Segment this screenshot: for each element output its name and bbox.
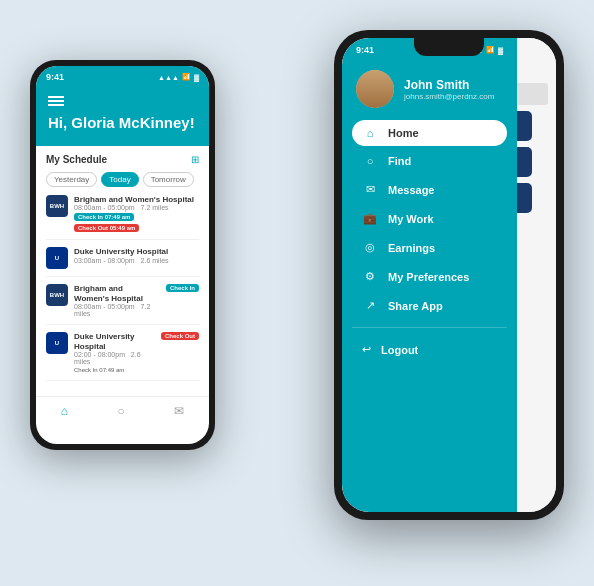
home-menu-label: Home (388, 127, 419, 139)
tab-tomorrow[interactable]: Tomorrow (143, 172, 194, 187)
bwh-logo-2: BWH (46, 284, 68, 306)
sched-time-1: 08:00am - 05:00pm 7.2 miles (74, 204, 199, 211)
tab-yesterday[interactable]: Yesterday (46, 172, 97, 187)
signal-icon: ▲▲▲ (158, 74, 179, 81)
menu-item-message[interactable]: ✉ Message (352, 176, 507, 203)
duke-logo-2: U (46, 332, 68, 354)
sched-time-2: 03:00am - 08:00pm 2.6 miles (74, 257, 199, 264)
user-email: johns.smith@perdnz.com (404, 92, 494, 101)
duke-logo-1: U (46, 247, 68, 269)
earnings-menu-label: Earnings (388, 242, 435, 254)
phone-1-screen: 9:41 ▲▲▲ 📶 ▓ Hi, Gloria McKinney! My Sch… (36, 66, 209, 444)
find-menu-icon: ○ (362, 155, 378, 167)
hospital-name-1: Brigham and Women's Hospital (74, 195, 199, 205)
status-time-1: 9:41 (46, 72, 64, 82)
message-menu-label: Message (388, 184, 434, 196)
home-menu-icon: ⌂ (362, 127, 378, 139)
drawer-panel: 9:41 ▲▲▲ 📶 ▓ John Smith johns.smith@perd… (342, 38, 517, 512)
checkout-badge-1: Check Out 05:49 am (74, 224, 139, 232)
checkin-time-4: Check In 07:49 am (74, 367, 124, 373)
phone-2: 9:41 ▲▲▲ 📶 ▓ John Smith johns.smith@perd… (334, 30, 564, 520)
menu-item-shareapp[interactable]: ↗ Share App (352, 292, 507, 319)
checkin-row-4: Check In 07:49 am (74, 367, 155, 373)
notch (414, 38, 484, 56)
avatar-face (356, 70, 394, 108)
preferences-menu-icon: ⚙ (362, 270, 378, 283)
schedule-item-4[interactable]: U Duke University Hospital 02:00 - 08:00… (46, 332, 199, 381)
phone-1: 9:41 ▲▲▲ 📶 ▓ Hi, Gloria McKinney! My Sch… (30, 60, 215, 450)
checkout-badge-4[interactable]: Check Out (161, 332, 199, 340)
drawer-status-time: 9:41 (356, 45, 374, 55)
schedule-item-3[interactable]: BWH Brigham and Women's Hospital 08:00am… (46, 284, 199, 325)
hospital-name-4: Duke University Hospital (74, 332, 155, 351)
checkin-row-1: Check In 07:49 am Check Out 05:49 am (74, 213, 199, 232)
bwh-logo-1: BWH (46, 195, 68, 217)
hospital-name-3: Brigham and Women's Hospital (74, 284, 160, 303)
greeting-text: Hi, Gloria McKinney! (48, 114, 197, 132)
shareapp-menu-label: Share App (388, 300, 443, 312)
wifi-icon-2: 📶 (486, 46, 495, 54)
menu-item-preferences[interactable]: ⚙ My Preferences (352, 263, 507, 290)
menu-item-find[interactable]: ○ Find (352, 148, 507, 174)
battery-icon: ▓ (194, 74, 199, 81)
schedule-area: My Schedule ⊞ Yesterday Today Tomorrow B… (36, 146, 209, 397)
sched-time-3: 08:00am - 05:00pm 7.2 miles (74, 303, 160, 317)
battery-icon-2: ▓ (498, 47, 503, 54)
sched-info-2: Duke University Hospital 03:00am - 08:00… (74, 247, 199, 264)
mywork-menu-label: My Work (388, 213, 434, 225)
mywork-menu-icon: 💼 (362, 212, 378, 225)
schedule-item-2[interactable]: U Duke University Hospital 03:00am - 08:… (46, 247, 199, 277)
status-icons-1: ▲▲▲ 📶 ▓ (158, 73, 199, 81)
sched-time-4: 02:00 - 08:00pm 2.6 miles (74, 351, 155, 365)
hospital-name-2: Duke University Hospital (74, 247, 199, 257)
schedule-item-1[interactable]: BWH Brigham and Women's Hospital 08:00am… (46, 195, 199, 241)
find-menu-label: Find (388, 155, 411, 167)
logout-label: Logout (381, 344, 418, 356)
menu-item-mywork[interactable]: 💼 My Work (352, 205, 507, 232)
logout-icon: ↩ (362, 343, 371, 356)
sched-info-3: Brigham and Women's Hospital 08:00am - 0… (74, 284, 160, 317)
menu-divider (352, 327, 507, 328)
user-profile: John Smith johns.smith@perdnz.com (342, 60, 517, 120)
earnings-menu-icon: ◎ (362, 241, 378, 254)
home-nav-icon[interactable]: ⌂ (61, 404, 68, 418)
sched-info-4: Duke University Hospital 02:00 - 08:00pm… (74, 332, 155, 373)
preferences-menu-label: My Preferences (388, 271, 469, 283)
menu-item-home[interactable]: ⌂ Home (352, 120, 507, 146)
schedule-header: My Schedule ⊞ (46, 154, 199, 165)
calendar-icon[interactable]: ⊞ (191, 154, 199, 165)
status-bar-1: 9:41 ▲▲▲ 📶 ▓ (36, 66, 209, 88)
message-menu-icon: ✉ (362, 183, 378, 196)
logout-item[interactable]: ↩ Logout (342, 336, 517, 363)
checkin-badge-3[interactable]: Check In (166, 284, 199, 292)
bottom-nav-1: ⌂ ○ ✉ (36, 396, 209, 424)
day-tabs: Yesterday Today Tomorrow (46, 172, 199, 187)
schedule-title: My Schedule (46, 154, 107, 165)
wifi-icon: 📶 (182, 73, 191, 81)
avatar (356, 70, 394, 108)
user-info: John Smith johns.smith@perdnz.com (404, 78, 494, 101)
sched-info-1: Brigham and Women's Hospital 08:00am - 0… (74, 195, 199, 233)
phone-2-screen: 9:41 ▲▲▲ 📶 ▓ John Smith johns.smith@perd… (342, 38, 556, 512)
menu-list: ⌂ Home ○ Find ✉ Message 💼 My Work ◎ (342, 120, 517, 319)
shareapp-menu-icon: ↗ (362, 299, 378, 312)
menu-item-earnings[interactable]: ◎ Earnings (352, 234, 507, 261)
header-1: Hi, Gloria McKinney! (36, 88, 209, 146)
message-nav-icon[interactable]: ✉ (174, 404, 184, 418)
user-name: John Smith (404, 78, 494, 92)
search-nav-icon[interactable]: ○ (118, 404, 125, 418)
hamburger-icon[interactable] (48, 96, 197, 106)
checkin-badge-1: Check In 07:49 am (74, 213, 134, 221)
tab-today[interactable]: Today (101, 172, 138, 187)
